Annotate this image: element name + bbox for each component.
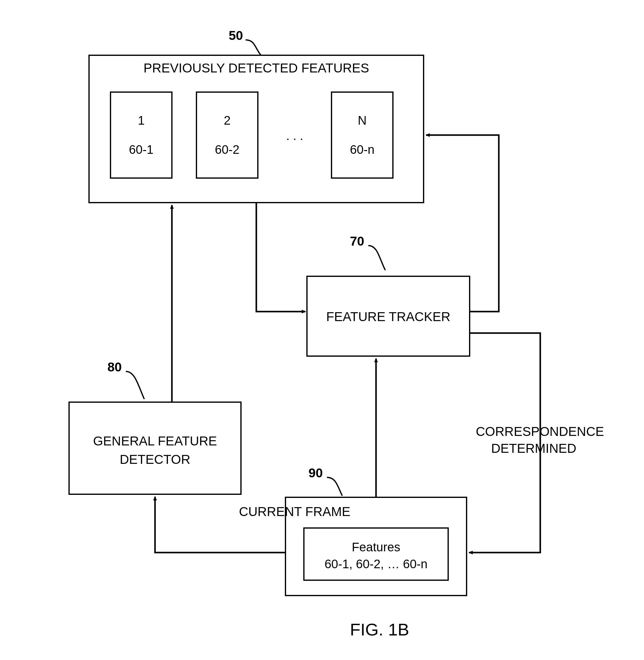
ref-50-leader [246,40,261,55]
svg-rect-3 [197,92,258,178]
feature1-ref: 60-1 [129,143,154,156]
ref-90-leader [327,477,342,496]
features-line2: 60-1, 60-2, … 60-n [324,557,428,571]
arrow-prev-to-tracker [256,203,305,312]
current-frame-title: CURRENT FRAME [239,504,350,519]
detector-line2: DETECTOR [120,452,190,466]
ref-70-leader [368,246,385,270]
svg-rect-8 [304,528,448,580]
ref-90: 90 [308,466,323,480]
feature-box-n: N 60-n [331,92,393,178]
current-frame-box: CURRENT FRAME Features 60-1, 60-2, … 60-… [239,497,466,595]
figure-label: FIG. 1B [350,620,409,639]
feature2-num: 2 [224,114,231,127]
ellipsis: . . . [286,129,303,142]
general-feature-detector-box: GENERAL FEATURE DETECTOR [69,402,241,494]
feature-tracker-label: FEATURE TRACKER [326,310,451,324]
svg-rect-4 [331,92,393,178]
feature2-ref: 60-2 [215,143,239,156]
feature-box-1: 1 60-1 [111,92,172,178]
featureN-num: N [358,114,367,127]
correspondence-line2: DETERMINED [491,441,576,456]
detector-line1: GENERAL FEATURE [93,434,217,448]
svg-rect-2 [111,92,172,178]
prev-features-title: PREVIOUSLY DETECTED FEATURES [143,61,369,75]
ref-70: 70 [350,234,364,248]
ref-80: 80 [108,360,122,374]
feature-tracker-box: FEATURE TRACKER [307,276,470,356]
svg-rect-1 [89,55,423,203]
ref-80-leader [126,371,144,399]
features-line1: Features [352,540,400,554]
arrow-tracker-to-prev [426,135,499,312]
featureN-ref: 60-n [350,143,374,156]
correspondence-line1: CORRESPONDENCE [476,424,604,439]
feature1-num: 1 [138,114,144,127]
ref-50: 50 [229,28,243,43]
prev-features-box: PREVIOUSLY DETECTED FEATURES 1 60-1 2 60… [89,55,423,203]
feature-box-2: 2 60-2 [197,92,258,178]
